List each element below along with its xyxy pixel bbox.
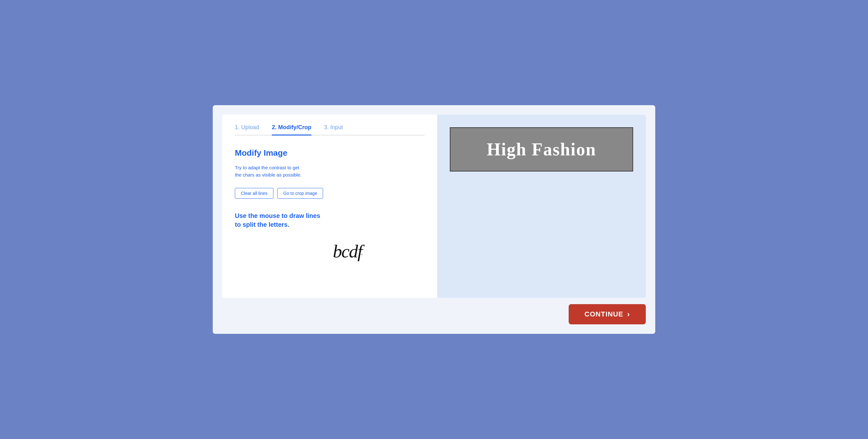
continue-arrow-icon: › (627, 310, 630, 319)
mouse-instruction: Use the mouse to draw lines to split the… (235, 211, 462, 229)
left-section: 1. Upload 2. Modify/Crop 3. Input Modify… (222, 115, 437, 298)
modify-title: Modify Image (235, 148, 462, 158)
tab-input[interactable]: 3. Input (324, 124, 343, 135)
continue-label: CONTINUE (585, 310, 623, 318)
bottom-bar: CONTINUE › (213, 298, 655, 334)
action-buttons-row: Clear all lines Go to crop image (235, 188, 462, 199)
main-card: 1. Upload 2. Modify/Crop 3. Input Modify… (213, 105, 655, 334)
logo-text: bcdf (333, 241, 362, 262)
tab-upload[interactable]: 1. Upload (235, 124, 259, 135)
fashion-image-text: High Fashion (487, 139, 596, 160)
crosshair-icon: + (361, 252, 363, 257)
adapt-description: Try to adapt the contrast to get the cha… (235, 164, 462, 178)
steps-nav: 1. Upload 2. Modify/Crop 3. Input (235, 124, 425, 135)
logo-preview: bcdf + (235, 235, 462, 267)
image-panel: High Fashion (437, 115, 646, 298)
tab-modify[interactable]: 2. Modify/Crop (272, 124, 311, 135)
clear-all-lines-button[interactable]: Clear all lines (235, 188, 273, 199)
fashion-image-box: High Fashion (450, 127, 633, 171)
continue-button[interactable]: CONTINUE › (569, 304, 646, 324)
go-to-crop-button[interactable]: Go to crop image (277, 188, 323, 199)
